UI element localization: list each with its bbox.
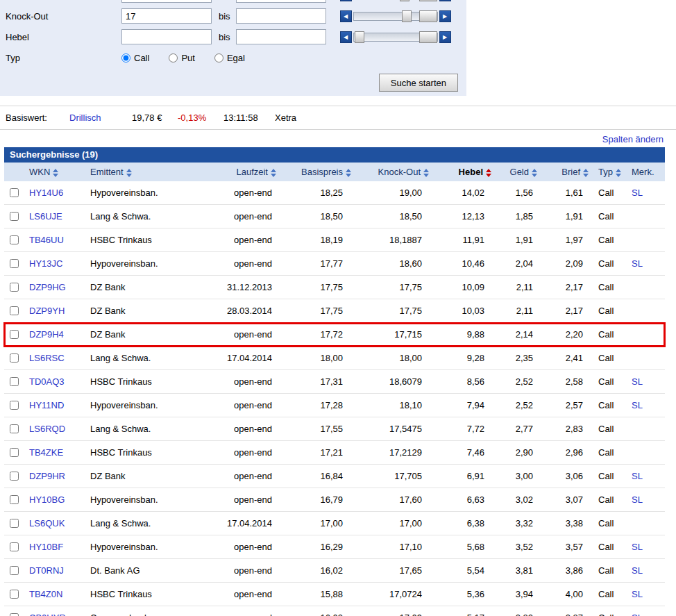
wkn-link[interactable]: DZP9HG	[29, 282, 66, 292]
wkn-link[interactable]: DZP9H4	[29, 329, 64, 340]
col-header-laufzeit[interactable]: Laufzeit	[194, 163, 278, 181]
row-checkbox[interactable]	[10, 448, 19, 457]
radio-input[interactable]	[214, 53, 223, 63]
sl-link[interactable]: SL	[632, 613, 643, 616]
slider-handle[interactable]	[400, 0, 409, 1]
slider-right-arrow-icon[interactable]: ▶	[439, 31, 451, 43]
sort-icon[interactable]	[532, 169, 537, 177]
radio-input[interactable]	[169, 53, 178, 63]
col-header-hebel[interactable]: Hebel	[430, 163, 493, 181]
basiswert-link[interactable]: Drillisch	[69, 113, 132, 123]
col-header-brief[interactable]: Brief	[539, 163, 590, 181]
row-checkbox[interactable]	[10, 495, 19, 504]
sort-icon-active[interactable]	[486, 169, 491, 177]
sl-link[interactable]: SL	[632, 258, 643, 269]
wkn-link[interactable]: HY11ND	[29, 400, 64, 410]
sl-link[interactable]: SL	[632, 589, 643, 599]
col-header-emittent[interactable]: Emittent	[78, 163, 194, 181]
hebel-from-input[interactable]	[121, 29, 212, 44]
sl-link[interactable]: SL	[632, 542, 643, 552]
row-checkbox[interactable]	[10, 353, 19, 363]
wkn-cell: TB4ZKE	[24, 441, 78, 465]
sl-link[interactable]: SL	[632, 400, 643, 410]
slider-handle[interactable]	[402, 10, 412, 22]
sort-icon[interactable]	[346, 169, 351, 177]
wkn-link[interactable]: DZP9YH	[29, 306, 65, 316]
col-header-wkn[interactable]: WKN	[24, 163, 78, 181]
sl-link[interactable]: SL	[632, 376, 643, 387]
slider-left-arrow-icon[interactable]: ◀	[340, 31, 352, 43]
row-checkbox[interactable]	[10, 613, 19, 616]
wkn-link[interactable]: DT0RNJ	[29, 565, 64, 576]
hebel-to-input[interactable]	[236, 29, 326, 44]
spalten-aendern-link[interactable]: Spalten ändern	[602, 134, 664, 144]
row-checkbox[interactable]	[10, 235, 19, 244]
wkn-link[interactable]: DZP9HR	[29, 471, 65, 481]
wkn-link[interactable]: HY14U6	[29, 188, 63, 198]
checkbox-cell	[4, 181, 24, 205]
col-header-geld[interactable]: Geld	[493, 163, 539, 181]
wkn-link[interactable]: HY10BG	[29, 494, 65, 505]
col-header-knockout[interactable]: Knock-Out	[353, 163, 430, 181]
wkn-link[interactable]: HY13JC	[29, 258, 62, 269]
row-checkbox[interactable]	[10, 212, 19, 221]
typ-radio-put[interactable]: Put	[169, 53, 195, 63]
slider-track[interactable]	[353, 12, 438, 21]
row-checkbox[interactable]	[10, 283, 19, 292]
range-to-input[interactable]	[236, 0, 326, 3]
row-checkbox[interactable]	[10, 566, 19, 575]
row-checkbox[interactable]	[10, 306, 19, 315]
col-label: Typ	[598, 167, 613, 177]
row-checkbox[interactable]	[10, 590, 19, 599]
slider-left-arrow-icon[interactable]: ◀	[340, 10, 352, 22]
range-from-input[interactable]	[121, 0, 212, 3]
col-header-basispreis[interactable]: Basispreis	[278, 163, 353, 181]
wkn-link[interactable]: CB0UYR	[29, 613, 66, 616]
wkn-link[interactable]: LS6RSC	[29, 353, 65, 363]
slider-left-arrow-icon[interactable]: ◀	[340, 0, 352, 1]
wkn-link[interactable]: LS6UJE	[29, 211, 62, 222]
row-checkbox[interactable]	[10, 330, 19, 339]
typ-radio-call[interactable]: Call	[121, 53, 149, 63]
knockout-to-input[interactable]	[236, 8, 326, 24]
sl-link[interactable]: SL	[632, 565, 643, 576]
col-header-typ[interactable]: Typ	[590, 163, 626, 181]
sort-icon[interactable]	[126, 169, 132, 177]
typ-radio-egal[interactable]: Egal	[214, 53, 245, 63]
slider-handle[interactable]	[419, 10, 437, 22]
row-checkbox[interactable]	[10, 377, 19, 386]
row-checkbox[interactable]	[10, 259, 19, 268]
sort-icon[interactable]	[423, 169, 429, 177]
row-checkbox[interactable]	[10, 542, 19, 551]
radio-input[interactable]	[121, 53, 130, 63]
emittent-cell: HSBC Trinkaus	[78, 228, 194, 252]
row-checkbox[interactable]	[10, 472, 19, 481]
search-button[interactable]: Suche starten	[379, 74, 458, 92]
row-checkbox[interactable]	[10, 188, 19, 197]
sl-link[interactable]: SL	[632, 471, 643, 481]
wkn-link[interactable]: TB4Z0N	[29, 589, 62, 599]
form-row-knockout: Knock-Out bis ◀ ▶	[0, 6, 466, 26]
slider-handle[interactable]	[419, 0, 437, 1]
knockout-from-input[interactable]	[121, 8, 212, 24]
slider-right-arrow-icon[interactable]: ▶	[439, 0, 451, 1]
slider-track[interactable]	[353, 33, 438, 42]
slider-right-arrow-icon[interactable]: ▶	[439, 10, 451, 22]
row-checkbox[interactable]	[10, 519, 19, 528]
sort-icon[interactable]	[53, 169, 58, 177]
row-checkbox[interactable]	[10, 424, 19, 433]
slider-handle[interactable]	[419, 31, 437, 43]
wkn-link[interactable]: HY10BF	[29, 542, 63, 552]
wkn-link[interactable]: TD0AQ3	[29, 376, 65, 387]
wkn-link[interactable]: LS6QUK	[29, 518, 65, 528]
sl-link[interactable]: SL	[632, 188, 643, 198]
sort-icon[interactable]	[271, 169, 276, 177]
sort-icon[interactable]	[583, 169, 589, 177]
wkn-link[interactable]: LS6RQD	[29, 424, 65, 434]
wkn-link[interactable]: TB46UU	[29, 235, 64, 245]
wkn-link[interactable]: TB4ZKE	[29, 447, 63, 458]
row-checkbox[interactable]	[10, 401, 19, 410]
sl-link[interactable]: SL	[632, 494, 643, 505]
slider-handle[interactable]	[355, 31, 364, 43]
sort-icon[interactable]	[616, 169, 621, 177]
